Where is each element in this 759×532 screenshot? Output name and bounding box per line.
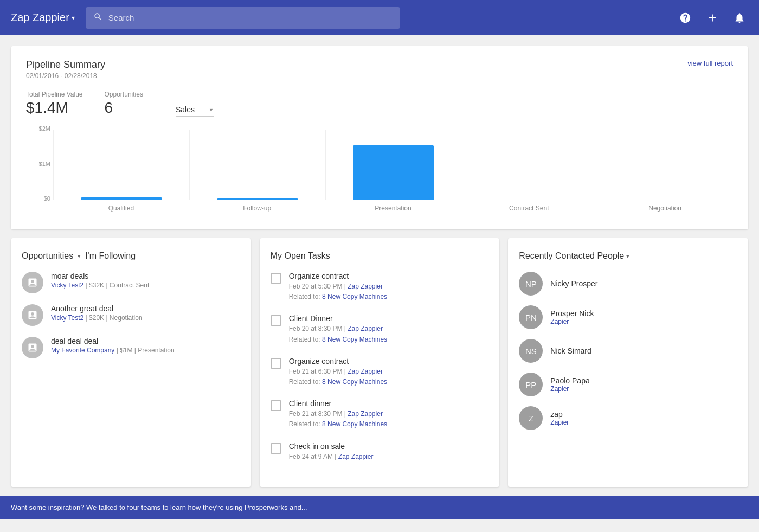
opportunities-dropdown[interactable]: ▾ (78, 253, 81, 260)
avatar-2: PN (519, 305, 543, 329)
brand-logo[interactable]: Zap Zappier ▾ (11, 11, 75, 24)
bar-presentation (325, 130, 461, 200)
grid-label-1m: $1M (26, 161, 50, 167)
task-checkbox-2[interactable] (271, 315, 281, 326)
task-checkbox-1[interactable] (271, 273, 281, 284)
person-item-5: Z zap Zapier (519, 406, 737, 430)
person-company-5[interactable]: Zapier (550, 419, 569, 426)
task-meta-3: Feb 21 at 6:30 PM | Zap Zappier Related … (289, 367, 387, 387)
person-item-4: PP Paolo Papa Zapier (519, 373, 737, 396)
tasks-section-title: My Open Tasks (271, 251, 330, 261)
people-section-title: Recently Contacted People (519, 251, 624, 261)
task-meta-1: Feb 20 at 5:30 PM | Zap Zappier Related … (289, 281, 387, 302)
opp-company-link-3[interactable]: My Favorite Company (51, 347, 114, 354)
pipeline-title: Pipeline Summary (26, 59, 105, 70)
task-name-1: Organize contract (289, 272, 387, 280)
task-item-2: Client Dinner Feb 20 at 8:30 PM | Zap Za… (271, 314, 489, 344)
task-name-4: Client dinner (289, 399, 387, 408)
chart-bars (53, 130, 733, 200)
total-pipeline-value: $1.4M (26, 99, 83, 117)
people-section-header: Recently Contacted People ▾ (519, 251, 737, 261)
x-label-followup: Follow-up (189, 200, 325, 216)
task-related-link-2[interactable]: 8 New Copy Machines (322, 336, 387, 343)
avatar-1: NP (519, 272, 543, 296)
header: Zap Zappier ▾ (0, 0, 759, 35)
task-checkbox-4[interactable] (271, 400, 281, 411)
opp-icon-3 (22, 337, 43, 358)
x-label-contract-sent: Contract Sent (461, 200, 597, 216)
add-icon[interactable] (704, 9, 721, 27)
opportunities-count: 6 (105, 99, 143, 117)
pipeline-stats: Total Pipeline Value $1.4M Opportunities… (26, 91, 733, 117)
person-company-4[interactable]: Zapier (550, 385, 589, 393)
opp-meta-3: My Favorite Company | $1M | Presentation (51, 347, 175, 354)
pipeline-card: Pipeline Summary 02/01/2016 - 02/28/2018… (11, 46, 748, 229)
pipeline-filter-select[interactable]: Sales Marketing (176, 103, 214, 117)
opportunities-label: Opportunities (105, 91, 143, 98)
person-name-3: Nick Simard (550, 347, 591, 355)
total-pipeline-label: Total Pipeline Value (26, 91, 83, 98)
opp-meta-2: Vicky Test2 | $20K | Negotiation (51, 314, 143, 322)
search-input[interactable] (108, 13, 393, 22)
task-related-link-4[interactable]: 8 New Copy Machines (322, 420, 387, 428)
task-item-5: Check in on sale Feb 24 at 9 AM | Zap Za… (271, 442, 489, 462)
opp-name-1: moar deals (51, 272, 149, 280)
task-related-link-1[interactable]: 8 New Copy Machines (322, 293, 387, 300)
opportunities-section-header: Opportunities▾I'm Following (22, 251, 240, 261)
person-company-2[interactable]: Zapier (550, 318, 594, 325)
main-content: Pipeline Summary 02/01/2016 - 02/28/2018… (0, 35, 759, 519)
task-user-link-2[interactable]: Zap Zappier (348, 325, 383, 332)
opp-icon-1 (22, 272, 43, 293)
task-user-link-1[interactable]: Zap Zappier (348, 283, 383, 290)
opportunities-card: Opportunities▾I'm Following moar deals V… (11, 238, 251, 487)
avatar-3: NS (519, 339, 543, 363)
opportunity-item-3: deal deal deal My Favorite Company | $1M… (22, 337, 240, 358)
people-card: Recently Contacted People ▾ NP Nicky Pro… (508, 238, 748, 487)
task-item-1: Organize contract Feb 20 at 5:30 PM | Za… (271, 272, 489, 302)
view-full-report-link[interactable]: view full report (687, 59, 733, 67)
task-related-link-3[interactable]: 8 New Copy Machines (322, 378, 387, 386)
pipeline-chart: $2M $1M $0 (26, 130, 733, 216)
promo-text: Want some inspiration? We talked to four… (11, 503, 307, 511)
bar-contract-sent (461, 130, 597, 200)
person-item-1: NP Nicky Prosper (519, 272, 737, 296)
avatar-4: PP (519, 373, 543, 396)
task-checkbox-3[interactable] (271, 358, 281, 369)
bar-negotiation (597, 130, 733, 200)
tasks-card: My Open Tasks Organize contract Feb 20 a… (260, 238, 500, 487)
bar-qualified (53, 130, 189, 200)
task-meta-4: Feb 21 at 8:30 PM | Zap Zappier Related … (289, 409, 387, 430)
person-item-3: NS Nick Simard (519, 339, 737, 363)
brand-dropdown-arrow[interactable]: ▾ (72, 14, 75, 22)
task-meta-5: Feb 24 at 9 AM | Zap Zappier (289, 452, 374, 462)
search-bar (86, 7, 400, 29)
task-user-link-3[interactable]: Zap Zappier (348, 368, 383, 375)
bar-followup (189, 130, 325, 200)
help-icon[interactable] (677, 9, 694, 27)
person-name-5: zap (550, 410, 569, 419)
opp-company-link-1[interactable]: Vicky Test2 (51, 281, 83, 289)
people-dropdown[interactable]: ▾ (626, 253, 629, 260)
opp-name-2: Another great deal (51, 304, 143, 313)
x-label-negotiation: Negotiation (597, 200, 733, 216)
tasks-section-header: My Open Tasks (271, 251, 489, 261)
task-user-link-5[interactable]: Zap Zappier (338, 453, 374, 460)
task-user-link-4[interactable]: Zap Zappier (348, 410, 383, 418)
task-item-3: Organize contract Feb 21 at 6:30 PM | Za… (271, 357, 489, 387)
person-name-4: Paolo Papa (550, 376, 589, 385)
task-checkbox-5[interactable] (271, 443, 281, 454)
opp-company-link-2[interactable]: Vicky Test2 (51, 314, 83, 322)
task-name-2: Client Dinner (289, 314, 387, 323)
x-label-qualified: Qualified (53, 200, 189, 216)
opportunity-item-2: Another great deal Vicky Test2 | $20K | … (22, 304, 240, 326)
opportunities-section-title: Opportunities (22, 251, 73, 261)
person-name-2: Prosper Nick (550, 309, 594, 318)
person-name-1: Nicky Prosper (550, 279, 597, 288)
bottom-row: Opportunities▾I'm Following moar deals V… (11, 238, 748, 487)
task-name-5: Check in on sale (289, 442, 374, 451)
opportunity-item: moar deals Vicky Test2 | $32K | Contract… (22, 272, 240, 293)
bar-presentation-fill (353, 145, 434, 200)
pipeline-date: 02/01/2016 - 02/28/2018 (26, 72, 105, 80)
grid-label-0: $0 (26, 195, 50, 202)
notifications-icon[interactable] (731, 9, 748, 27)
